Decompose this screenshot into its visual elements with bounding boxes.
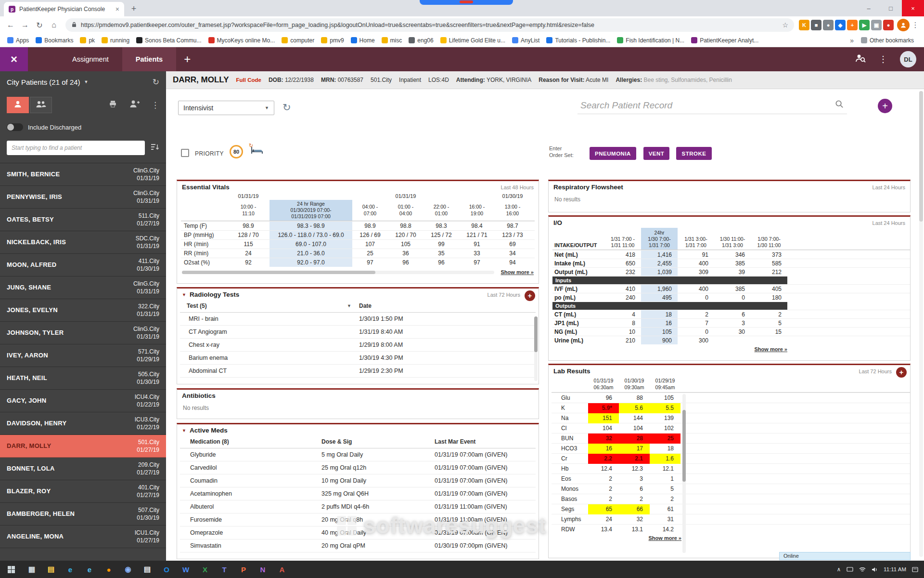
vitals-row[interactable]: HR (/min) 115 69.0 - 107.0 107 105 99 91…	[181, 239, 535, 249]
radiology-row[interactable]: MRI - brain 1/30/19 1:50 PM	[180, 313, 536, 326]
extension-icon[interactable]: ▣	[871, 20, 882, 30]
patient-row[interactable]: BAMBERGER, HELEN 507.City 01/30/19	[0, 503, 166, 525]
lab-row[interactable]: Na 151 144 139	[552, 413, 910, 423]
vitals-row[interactable]: Temp (F) 98.9 98.3 - 98.9 98.9 98.8 98.3…	[181, 221, 535, 230]
monitor-icon[interactable]	[847, 567, 853, 572]
patient-row[interactable]: NICKELBACK, IRIS SDC.City 01/31/19	[0, 231, 166, 254]
patient-row[interactable]: IVEY, AARON 571.City 01/29/19	[0, 344, 166, 367]
bookmark-star-icon[interactable]: ☆	[782, 21, 788, 29]
patient-row[interactable]: MOON, ALFRED 411.City 01/30/19	[0, 254, 166, 276]
bookmark-item[interactable]: Bookmarks	[32, 37, 77, 44]
patient-list-selector[interactable]: City Patients (21 of 24)	[7, 78, 80, 86]
patient-row[interactable]: SMITH, BERNICE ClinG.City 01/31/19	[0, 163, 166, 186]
forward-icon[interactable]: →	[18, 18, 32, 32]
wifi-icon[interactable]	[859, 567, 866, 572]
add-tab-button[interactable]: +	[184, 53, 191, 65]
lab-row[interactable]: Lymphs 24 32 31	[552, 514, 910, 524]
radiology-row[interactable]: Abdominal CT 1/29/19 2:30 PM	[180, 365, 536, 378]
home-icon[interactable]: ⌂	[47, 18, 61, 32]
add-person-icon[interactable]	[129, 99, 140, 111]
bookmark-item[interactable]: running	[98, 37, 133, 44]
patient-row[interactable]: BLAZER, ROY 401.City 01/27/19	[0, 480, 166, 503]
order-set-stroke-button[interactable]: STROKE	[676, 147, 712, 160]
list-menu-icon[interactable]: ⋮	[151, 100, 159, 110]
patient-row[interactable]: BONNET, LOLA 209.City 01/27/19	[0, 458, 166, 480]
chevron-up-icon[interactable]: ∧	[837, 566, 841, 573]
bookmark-item[interactable]: Apps	[4, 37, 32, 44]
search-icon[interactable]	[835, 100, 844, 111]
lab-row[interactable]: Hb 12.4 12.3 12.1	[552, 463, 910, 473]
windows-start-icon[interactable]	[0, 561, 22, 578]
io-row[interactable]: Output (mL) 232 1,039 309 39 212	[552, 267, 910, 276]
med-row[interactable]: Glyburide 5 mg Oral Daily 01/31/19 07:00…	[180, 448, 536, 461]
bookmark-item[interactable]: computer	[278, 37, 318, 44]
bookmark-item[interactable]: eng06	[405, 37, 436, 44]
patient-row[interactable]: PENNYWISE, IRIS ClinG.City 01/31/19	[0, 186, 166, 209]
bookmark-item[interactable]: AnyList	[509, 37, 543, 44]
reload-icon[interactable]: ↻	[33, 18, 46, 32]
med-row[interactable]: Acetaminophen 325 mg Oral Q6H 01/31/19 0…	[180, 487, 536, 500]
refresh-icon[interactable]: ↻	[282, 102, 291, 113]
speaker-icon[interactable]	[872, 567, 878, 572]
order-set-vent-button[interactable]: VENT	[643, 147, 669, 160]
horizontal-scrollbar[interactable]	[182, 271, 494, 274]
priority-gauge-icon[interactable]: 80	[230, 145, 243, 158]
io-row[interactable]: Intake (mL) 650 2,455 400 385 585	[552, 259, 910, 267]
bookmark-item[interactable]: pmv9	[318, 37, 347, 44]
patient-search-icon[interactable]	[855, 53, 866, 66]
bookmark-item[interactable]: pk	[77, 37, 98, 44]
bookmarks-overflow-icon[interactable]: »	[850, 37, 854, 44]
patient-row[interactable]: OATES, BETSY 511.City 01/27/19	[0, 209, 166, 231]
stop-share-button[interactable]	[460, 0, 473, 3]
patient-row[interactable]: JUNG, SHANE ClinG.City 01/31/19	[0, 276, 166, 299]
extension-icon[interactable]: ●	[823, 20, 834, 30]
clock[interactable]: 11:11 AM	[884, 566, 906, 572]
vertical-scrollbar[interactable]	[534, 316, 538, 381]
window-close-button[interactable]: ×	[902, 0, 924, 16]
extension-icon[interactable]: ■	[811, 20, 821, 30]
file-explorer-icon[interactable]: ▤	[41, 561, 61, 578]
tab-patients[interactable]: Patients	[122, 47, 176, 71]
io-row[interactable]: IVF (mL) 410 1,960 400 385 405	[552, 284, 910, 293]
onenote-icon[interactable]: N	[253, 561, 272, 578]
io-row[interactable]: NG (mL) 10 105 0 30 15	[552, 327, 910, 336]
lab-row[interactable]: Glu 96 88 105	[552, 393, 910, 403]
app-menu-icon[interactable]: ⋮	[879, 54, 887, 65]
lab-row[interactable]: Segs 65 66 61	[552, 504, 910, 514]
radiology-row[interactable]: Chest x-ray 1/29/19 8:00 AM	[180, 339, 536, 352]
screen-share-pill[interactable]	[420, 0, 513, 5]
url-bar[interactable]: https://pmdemov9.patientkeeper.com/outer…	[65, 18, 794, 32]
io-row[interactable]: Urine (mL) 210 900 300	[552, 336, 910, 344]
patient-record-search-input[interactable]	[580, 100, 831, 111]
chrome-icon[interactable]: ◉	[118, 561, 138, 578]
sort-icon[interactable]	[150, 143, 159, 153]
window-minimize-button[interactable]: –	[858, 0, 880, 16]
edge-icon[interactable]: e	[61, 561, 80, 578]
user-avatar[interactable]: DL	[900, 51, 916, 67]
caret-down-icon[interactable]: ▼	[84, 79, 89, 84]
patient-row[interactable]: JOHNSON, TYLER ClinG.City 01/31/19	[0, 322, 166, 344]
lab-row[interactable]: K 5.9* 5.6 5.5	[552, 403, 910, 413]
internet-explorer-icon[interactable]: e	[80, 561, 99, 578]
notepad-icon[interactable]: ▤	[138, 561, 157, 578]
group-patients-toggle[interactable]	[30, 97, 52, 113]
lab-row[interactable]: Basos 2 2 2	[552, 494, 910, 504]
back-icon[interactable]: ←	[4, 18, 17, 32]
other-bookmarks[interactable]: Other bookmarks	[858, 37, 917, 44]
patient-row[interactable]: DAVIDSON, HENRY ICU3.City 01/22/19	[0, 412, 166, 435]
vitals-show-more-link[interactable]: Show more »	[501, 269, 534, 275]
radiology-row[interactable]: Barium enema 1/30/19 4:30 PM	[180, 352, 536, 365]
lab-row[interactable]: RDW 13.4 13.1 14.2	[552, 524, 910, 534]
caret-down-icon[interactable]: ▼	[347, 303, 359, 308]
lab-row[interactable]: Cl 104 104 102	[552, 423, 910, 433]
print-icon[interactable]	[108, 100, 117, 110]
bookmark-item[interactable]: Fish Identification | N...	[614, 37, 688, 44]
add-radiology-button[interactable]: +	[525, 290, 535, 301]
io-row[interactable]: CT (mL) 4 18 2 6 2	[552, 310, 910, 318]
patient-row[interactable]: HEATH, NEIL 505.City 01/30/19	[0, 367, 166, 390]
word-icon[interactable]: W	[176, 561, 195, 578]
patient-row[interactable]: GACY, JOHN ICU4.City 01/22/19	[0, 390, 166, 412]
patient-filter-input[interactable]	[7, 141, 145, 155]
tab-assignment[interactable]: Assignment	[59, 47, 122, 71]
labs-show-more-link[interactable]: Show more »	[649, 535, 681, 541]
